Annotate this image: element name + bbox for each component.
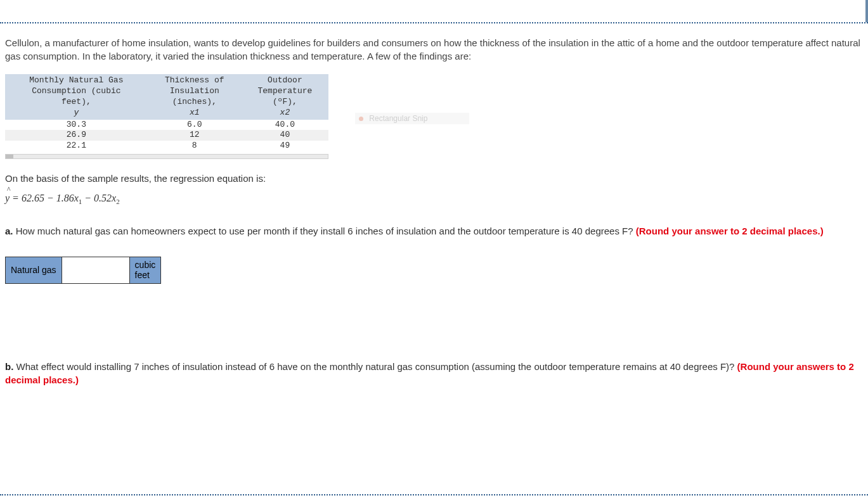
cell-x2: 40.0 xyxy=(242,120,328,131)
intro-text: Cellulon, a manufacturer of home insulat… xyxy=(5,36,863,63)
y-hat: y xyxy=(5,193,10,203)
col3-h2: Temperature xyxy=(257,86,312,96)
col1-var: y xyxy=(74,108,79,117)
question-a: a. How much natural gas can homeowners e… xyxy=(5,224,863,284)
bottom-border xyxy=(0,494,868,495)
col2-h3: (inches), xyxy=(172,97,217,106)
cell-y: 22.1 xyxy=(5,141,148,151)
unit-line2: feet xyxy=(135,270,150,280)
qa-round: (Round your answer to 2 decimal places.) xyxy=(636,226,824,236)
table-row: 30.3 6.0 40.0 xyxy=(5,120,328,131)
col1-h1: Monthly Natural Gas xyxy=(29,75,123,85)
cell-y: 26.9 xyxy=(5,130,148,141)
answer-table-a: Natural gas cubic feet xyxy=(5,257,161,284)
col3-h3: (ºF), xyxy=(273,97,297,106)
answer-input-cell xyxy=(62,257,129,284)
col2-header: Thickness of Insulation (inches), x1 xyxy=(148,74,242,120)
answer-unit: cubic feet xyxy=(129,257,161,284)
qb-label: b. xyxy=(5,361,13,372)
eq-part2: − 0.52 xyxy=(82,193,112,203)
col2-h1: Thickness of xyxy=(165,75,224,85)
cell-x2: 49 xyxy=(242,141,328,151)
data-table: Monthly Natural Gas Consumption (cubic f… xyxy=(5,74,328,151)
qa-label: a. xyxy=(5,226,13,236)
regression-equation: y = 62.65 − 1.86x1 − 0.52x2 xyxy=(5,193,863,205)
natural-gas-input[interactable] xyxy=(67,265,124,275)
col3-var: x2 xyxy=(280,108,290,117)
table-row: 26.9 12 40 xyxy=(5,130,328,141)
regression-intro: On the basis of the sample results, the … xyxy=(5,173,863,184)
qa-text: How much natural gas can homeowners expe… xyxy=(13,226,636,236)
cell-x1: 12 xyxy=(148,130,242,141)
question-content: Cellulon, a manufacturer of home insulat… xyxy=(0,23,868,386)
table-row: 22.1 8 49 xyxy=(5,141,328,151)
eq-x1: x xyxy=(74,193,79,203)
answer-label: Natural gas xyxy=(6,257,62,284)
col2-var: x1 xyxy=(190,108,200,117)
cell-x1: 6.0 xyxy=(148,120,242,131)
col3-header: Outdoor Temperature (ºF), x2 xyxy=(242,74,328,120)
scrollbar-thumb[interactable] xyxy=(6,155,13,158)
snip-label: Rectangular Snip xyxy=(369,114,427,123)
col1-h2: Consumption (cubic xyxy=(32,86,120,96)
unit-line1: cubic xyxy=(135,260,156,270)
eq-sub2: 2 xyxy=(116,198,120,205)
cell-x2: 40 xyxy=(242,130,328,141)
scrollbar-indicator xyxy=(865,0,868,22)
col1-h3: feet), xyxy=(62,97,91,106)
col3-h1: Outdoor xyxy=(268,75,302,85)
snipping-hint: Rectangular Snip xyxy=(355,113,469,124)
cell-x1: 8 xyxy=(148,141,242,151)
qb-text: What effect would installing 7 inches of… xyxy=(13,361,737,372)
col2-h2: Insulation xyxy=(170,86,219,96)
eq-part1: = 62.65 − 1.86 xyxy=(12,193,74,203)
question-b: b. What effect would installing 7 inches… xyxy=(5,360,863,386)
table-scrollbar[interactable] xyxy=(5,154,328,159)
cell-y: 30.3 xyxy=(5,120,148,131)
col1-header: Monthly Natural Gas Consumption (cubic f… xyxy=(5,74,148,120)
